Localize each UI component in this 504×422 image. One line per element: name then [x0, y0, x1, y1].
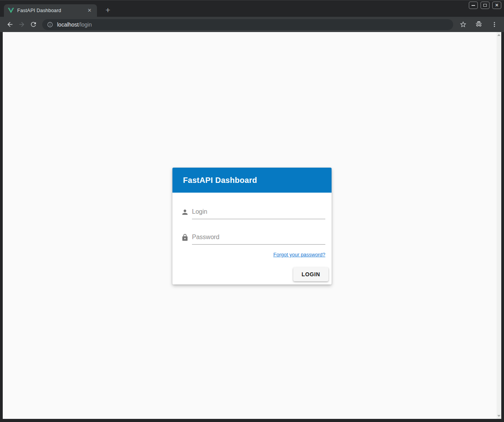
- browser-toolbar: localhost/login: [0, 17, 504, 32]
- star-outline-icon: [459, 21, 467, 28]
- browser-window: FastAPI Dashboard ✕ + ✕ localhost/login: [0, 0, 504, 422]
- page-scrollbar[interactable]: [497, 32, 501, 419]
- minimize-icon: [472, 5, 475, 6]
- page-viewport: FastAPI Dashboard Forgot your password? …: [3, 32, 501, 419]
- arrow-forward-icon: [18, 21, 25, 28]
- close-window-button[interactable]: ✕: [492, 2, 501, 9]
- arrow-back-icon: [6, 21, 14, 28]
- login-card: FastAPI Dashboard Forgot your password? …: [172, 168, 332, 284]
- new-tab-button[interactable]: +: [102, 5, 113, 16]
- refresh-icon: [30, 21, 37, 28]
- login-card-header: FastAPI Dashboard: [172, 168, 332, 193]
- card-actions: LOGIN: [181, 267, 325, 281]
- url-text: localhost/login: [57, 21, 92, 28]
- login-field-row: [181, 205, 325, 219]
- password-field-row: [181, 231, 325, 245]
- login-card-body: Forgot your password? LOGIN: [172, 193, 332, 284]
- url-path: /login: [79, 21, 91, 28]
- forgot-password-row: Forgot your password?: [181, 251, 325, 258]
- page-info-icon[interactable]: [47, 21, 53, 28]
- maximize-icon: [483, 4, 487, 7]
- tab-strip: FastAPI Dashboard ✕ + ✕: [0, 0, 504, 17]
- lock-icon: [181, 234, 189, 241]
- login-input[interactable]: [192, 205, 325, 219]
- tab-title: FastAPI Dashboard: [17, 8, 83, 13]
- minimize-button[interactable]: [469, 2, 478, 9]
- three-dot-menu-icon: [491, 21, 498, 28]
- address-bar[interactable]: localhost/login: [42, 19, 453, 30]
- person-icon: [181, 208, 189, 216]
- bookmark-button[interactable]: [457, 19, 469, 30]
- tab-close-icon[interactable]: ✕: [86, 7, 93, 14]
- password-input[interactable]: [192, 231, 325, 245]
- close-icon: ✕: [495, 3, 499, 7]
- forward-button[interactable]: [16, 19, 27, 30]
- maximize-button[interactable]: [481, 2, 490, 9]
- incognito-indicator: [473, 19, 484, 30]
- window-controls: ✕: [469, 2, 501, 9]
- scroll-up-icon[interactable]: [497, 34, 500, 36]
- incognito-icon: [475, 21, 482, 28]
- login-card-title: FastAPI Dashboard: [183, 176, 257, 185]
- toolbar-right: [456, 19, 500, 30]
- reload-button[interactable]: [27, 19, 39, 30]
- browser-menu-button[interactable]: [488, 19, 500, 30]
- login-button[interactable]: LOGIN: [293, 267, 328, 281]
- scroll-down-icon[interactable]: [497, 415, 500, 417]
- tab-fastapi-dashboard[interactable]: FastAPI Dashboard ✕: [4, 4, 97, 17]
- vue-logo-icon: [8, 7, 14, 14]
- url-host: localhost: [57, 21, 79, 28]
- forgot-password-link[interactable]: Forgot your password?: [273, 252, 325, 257]
- back-button[interactable]: [4, 19, 16, 30]
